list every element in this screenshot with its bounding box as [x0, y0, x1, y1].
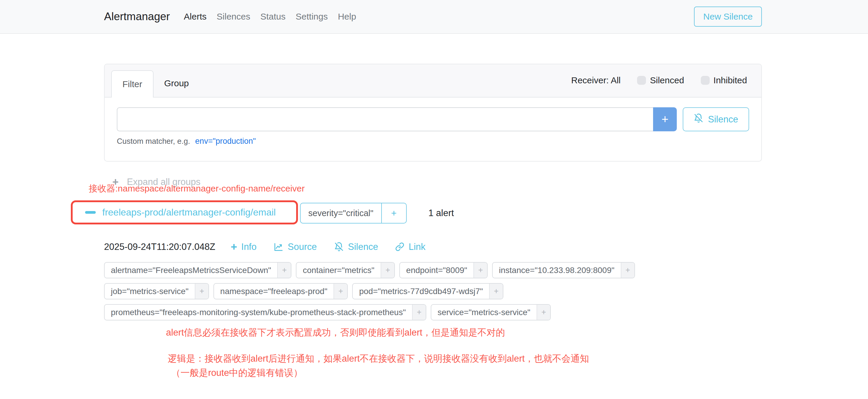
receiver-annotation: 接收器:namespace/altermanager-config-name/r…: [89, 183, 305, 195]
receiver-dropdown[interactable]: Receiver: All: [571, 75, 621, 85]
add-filter-plus-icon[interactable]: +: [277, 263, 291, 278]
silence-filter-button[interactable]: Silence: [683, 107, 749, 131]
add-filter-plus-icon[interactable]: +: [334, 284, 347, 299]
plus-icon: +: [662, 113, 669, 126]
tab-group[interactable]: Group: [155, 70, 198, 97]
source-link[interactable]: Source: [274, 242, 317, 252]
plus-icon: +: [230, 241, 237, 252]
filter-card-body: + Silence Custom matcher, e.g. env="prod…: [105, 97, 761, 146]
label-chip-instance: instance="10.233.98.209:8009" +: [492, 262, 635, 278]
add-filter-plus-icon[interactable]: +: [473, 263, 487, 278]
label-chip-container: container="metrics" +: [296, 262, 395, 278]
silence-alert-label: Silence: [348, 242, 378, 252]
label-chip-alertname: alertname="FreeleapsMetricsServiceDown" …: [104, 262, 291, 278]
label-text: alertname="FreeleapsMetricsServiceDown": [105, 263, 277, 278]
silence-filter-label: Silence: [708, 114, 738, 125]
label-chip-pod: pod="metrics-77d9cdb497-wdsj7" +: [352, 283, 503, 299]
matcher-input-row: + Silence: [117, 107, 749, 131]
add-filter-plus-icon[interactable]: +: [381, 263, 394, 278]
alert-actions-row: 2025-09-24T11:20:07.048Z + Info Source S…: [104, 241, 443, 252]
alert-config-annotation-1: alert信息必须在接收器下才表示配置成功，否则即使能看到alert，但是通知是…: [166, 326, 505, 339]
app-brand[interactable]: Alertmanager: [104, 10, 170, 23]
matcher-input-group: +: [117, 107, 677, 131]
label-text: endpoint="8009": [400, 263, 473, 278]
hint-text: Custom matcher, e.g.: [117, 137, 190, 146]
nav-item-alerts[interactable]: Alerts: [179, 11, 212, 22]
source-label: Source: [287, 242, 317, 252]
silence-alert-button[interactable]: Silence: [334, 242, 378, 252]
label-text: instance="10.233.98.209:8009": [493, 263, 621, 278]
add-filter-plus-icon[interactable]: +: [489, 284, 503, 299]
add-filter-plus-icon[interactable]: +: [536, 305, 550, 320]
label-text: service="metrics-service": [431, 305, 536, 320]
filter-options: Receiver: All Silenced Inhibited: [571, 64, 761, 97]
minus-icon: [85, 211, 96, 214]
bell-slash-icon: [334, 242, 344, 252]
link-icon: [395, 242, 404, 251]
add-matcher-button[interactable]: +: [653, 107, 677, 131]
label-chip-prometheus: prometheus="freeleaps-monitoring-system/…: [104, 304, 426, 320]
add-group-matcher-button[interactable]: +: [381, 203, 406, 223]
group-matcher-text: severity="critical": [301, 203, 381, 223]
alert-labels-row-2: job="metrics-service" + namespace="freel…: [104, 283, 503, 299]
group-matcher-chip: severity="critical" +: [300, 203, 407, 223]
tab-filter[interactable]: Filter: [111, 70, 154, 97]
label-chip-namespace: namespace="freeleaps-prod" +: [213, 283, 348, 299]
matcher-input[interactable]: [117, 107, 653, 131]
label-text: job="metrics-service": [105, 284, 195, 299]
alert-count: 1 alert: [428, 203, 454, 223]
label-text: container="metrics": [297, 263, 381, 278]
silenced-checkbox-label[interactable]: Silenced: [650, 75, 684, 85]
info-label: Info: [241, 242, 257, 252]
alert-config-annotation-2: 逻辑是：接收器收到alert后进行通知，如果alert不在接收器下，说明接收器没…: [168, 352, 589, 365]
label-chip-endpoint: endpoint="8009" +: [399, 262, 488, 278]
alert-timestamp: 2025-09-24T11:20:07.048Z: [104, 242, 215, 252]
alertmanager-page: Alertmanager Alerts Silences Status Sett…: [0, 0, 868, 399]
info-button[interactable]: + Info: [230, 241, 256, 252]
add-filter-plus-icon[interactable]: +: [195, 284, 208, 299]
navbar: Alertmanager Alerts Silences Status Sett…: [0, 0, 868, 34]
label-chip-service: service="metrics-service" +: [431, 304, 551, 320]
label-chip-job: job="metrics-service" +: [104, 283, 209, 299]
alert-labels-row-1: alertname="FreeleapsMetricsServiceDown" …: [104, 262, 635, 278]
filter-card: Filter Group Receiver: All Silenced Inhi…: [104, 64, 762, 161]
alert-config-annotation-3: （一般是route中的逻辑有错误）: [172, 367, 303, 379]
nav-item-help[interactable]: Help: [333, 11, 361, 22]
label-text: namespace="freeleaps-prod": [214, 284, 334, 299]
receiver-group-highlight[interactable]: freeleaps-prod/alertmanager-config/email: [71, 201, 298, 224]
inhibited-checkbox[interactable]: [701, 76, 710, 85]
bell-slash-icon: [694, 113, 704, 125]
nav-item-status[interactable]: Status: [255, 11, 290, 22]
hint-example-link[interactable]: env="production": [195, 137, 256, 146]
generator-link[interactable]: Link: [395, 242, 425, 252]
label-text: prometheus="freeleaps-monitoring-system/…: [105, 305, 412, 320]
custom-matcher-hint: Custom matcher, e.g. env="production": [117, 137, 749, 146]
label-text: pod="metrics-77d9cdb497-wdsj7": [353, 284, 489, 299]
add-filter-plus-icon[interactable]: +: [412, 305, 426, 320]
nav-item-silences[interactable]: Silences: [212, 11, 255, 22]
new-silence-button[interactable]: New Silence: [694, 6, 762, 27]
silenced-checkbox[interactable]: [637, 76, 646, 85]
plus-icon: +: [391, 208, 397, 219]
inhibited-checkbox-label[interactable]: Inhibited: [714, 75, 747, 85]
filter-card-header: Filter Group Receiver: All Silenced Inhi…: [105, 64, 761, 97]
chart-line-icon: [274, 242, 283, 252]
nav-item-settings[interactable]: Settings: [290, 11, 333, 22]
alert-labels-row-3: prometheus="freeleaps-monitoring-system/…: [104, 304, 551, 320]
add-filter-plus-icon[interactable]: +: [621, 263, 634, 278]
link-label: Link: [408, 242, 425, 252]
receiver-group-link[interactable]: freeleaps-prod/alertmanager-config/email: [102, 207, 276, 218]
